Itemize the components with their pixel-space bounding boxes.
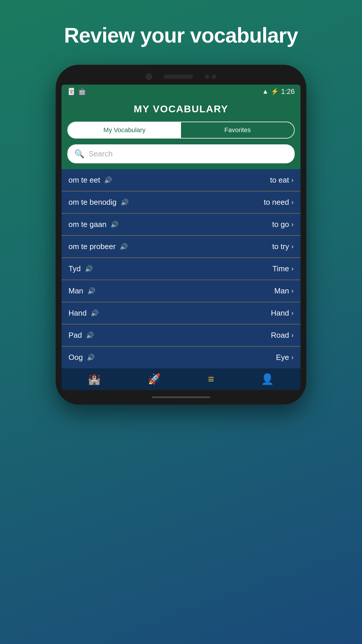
rocket-icon: 🚀 [148,373,161,385]
app-title: MY VOCABULARY [67,103,295,115]
speaker-icon-5[interactable]: 🔊 [87,287,95,295]
tab-favorites[interactable]: Favorites [181,122,294,138]
speaker-icon-4[interactable]: 🔊 [85,265,93,273]
phone-screen: 🃏 🤖 ▲ ⚡ 1:26 MY VOCABULARY My Vocabulary… [61,85,301,390]
app-header: MY VOCABULARY [61,99,301,122]
vocab-left-0: om te eet 🔊 [68,176,112,185]
search-icon: 🔍 [74,149,85,159]
nav-vocabulary[interactable]: ≡ [208,373,214,385]
status-bar: 🃏 🤖 ▲ ⚡ 1:26 [61,85,301,99]
tab-bar[interactable]: My Vocabulary Favorites [67,122,295,139]
vocab-item-3[interactable]: om te probeer 🔊 to try › [61,236,301,258]
vocab-right-3: to try › [272,242,294,251]
vocab-word-6: Hand [68,309,87,318]
vocab-item-8[interactable]: Oog 🔊 Eye › [61,346,301,368]
speaker-icon-6[interactable]: 🔊 [91,309,99,317]
android-icon: 🤖 [78,88,86,95]
phone-camera [146,74,152,80]
vocab-word-4: Tyd [68,264,81,273]
speaker-icon-2[interactable]: 🔊 [110,221,118,228]
status-left-icons: 🃏 🤖 [67,88,86,95]
nav-home[interactable]: 🏰 [88,373,101,385]
home-bar [152,396,210,398]
chevron-0: › [291,176,294,184]
vocab-word-3: om te probeer [68,242,116,251]
speaker-icon-8[interactable]: 🔊 [87,354,95,361]
vocab-right-1: to need › [264,198,294,207]
phone-speaker [164,75,193,79]
phone-device: 🃏 🤖 ▲ ⚡ 1:26 MY VOCABULARY My Vocabulary… [56,65,306,405]
profile-icon: 👤 [261,373,274,385]
phone-bottom [61,393,301,402]
vocab-left-4: Tyd 🔊 [68,264,93,273]
vocab-translation-5: Man [274,286,289,295]
chevron-6: › [291,309,294,317]
vocab-right-6: Hand › [271,309,294,318]
vocab-left-5: Man 🔊 [68,286,95,295]
list-icon: ≡ [208,373,214,385]
vocab-left-1: om te benodig 🔊 [68,198,129,207]
vocab-item-4[interactable]: Tyd 🔊 Time › [61,258,301,280]
search-box[interactable]: 🔍 Search [67,144,295,163]
phone-dot-2 [212,74,216,79]
speaker-icon-7[interactable]: 🔊 [86,332,94,339]
vocab-left-3: om te probeer 🔊 [68,242,128,251]
vocab-item-0[interactable]: om te eet 🔊 to eat › [61,169,301,191]
vocab-translation-0: to eat [270,176,289,185]
chevron-4: › [291,265,294,273]
tab-my-vocabulary[interactable]: My Vocabulary [68,122,181,138]
speaker-icon-1[interactable]: 🔊 [121,199,129,206]
status-time: 1:26 [281,88,295,96]
vocab-item-6[interactable]: Hand 🔊 Hand › [61,302,301,324]
vocab-right-0: to eat › [270,176,294,185]
nav-learn[interactable]: 🚀 [148,373,161,385]
battery-icon: ⚡ [271,88,279,95]
vocab-translation-4: Time [273,264,289,273]
bottom-nav: 🏰 🚀 ≡ 👤 [61,368,301,390]
phone-dot-1 [205,74,209,79]
vocab-item-7[interactable]: Pad 🔊 Road › [61,324,301,346]
vocab-word-1: om te benodig [68,198,117,207]
vocab-item-2[interactable]: om te gaan 🔊 to go › [61,214,301,236]
home-icon: 🏰 [88,373,101,385]
vocab-left-8: Oog 🔊 [68,353,95,362]
vocab-right-4: Time › [273,264,294,273]
vocab-left-2: om te gaan 🔊 [68,220,118,229]
chevron-2: › [291,221,294,228]
vocab-translation-6: Hand [271,309,289,318]
hero-title: Review your vocabulary [64,23,298,47]
chevron-7: › [291,332,294,339]
sim-icon: 🃏 [67,88,75,95]
vocab-right-2: to go › [272,220,294,229]
phone-top [61,74,301,80]
vocab-left-6: Hand 🔊 [68,309,99,318]
vocab-word-5: Man [68,286,83,295]
vocab-list: om te eet 🔊 to eat › om te benodig 🔊 to … [61,169,301,368]
vocab-right-7: Road › [271,331,294,340]
chevron-8: › [291,354,294,361]
signal-icon: ▲ [262,88,269,95]
vocab-word-0: om te eet [68,176,100,185]
vocab-word-8: Oog [68,353,83,362]
vocab-translation-8: Eye [276,353,289,362]
vocab-translation-1: to need [264,198,289,207]
vocab-left-7: Pad 🔊 [68,331,94,340]
status-right-icons: ▲ ⚡ 1:26 [262,88,295,96]
search-input[interactable]: Search [89,149,113,158]
chevron-1: › [291,199,294,206]
vocab-right-8: Eye › [276,353,294,362]
speaker-icon-0[interactable]: 🔊 [104,176,112,184]
speaker-icon-3[interactable]: 🔊 [120,243,128,251]
chevron-5: › [291,287,294,295]
vocab-translation-7: Road [271,331,289,340]
vocab-item-1[interactable]: om te benodig 🔊 to need › [61,191,301,214]
vocab-word-7: Pad [68,331,82,340]
search-container[interactable]: 🔍 Search [67,144,295,163]
vocab-translation-2: to go [272,220,289,229]
vocab-translation-3: to try [272,242,289,251]
chevron-3: › [291,243,294,251]
vocab-right-5: Man › [274,286,294,295]
phone-sensors [205,74,216,79]
nav-profile[interactable]: 👤 [261,373,274,385]
vocab-item-5[interactable]: Man 🔊 Man › [61,280,301,302]
